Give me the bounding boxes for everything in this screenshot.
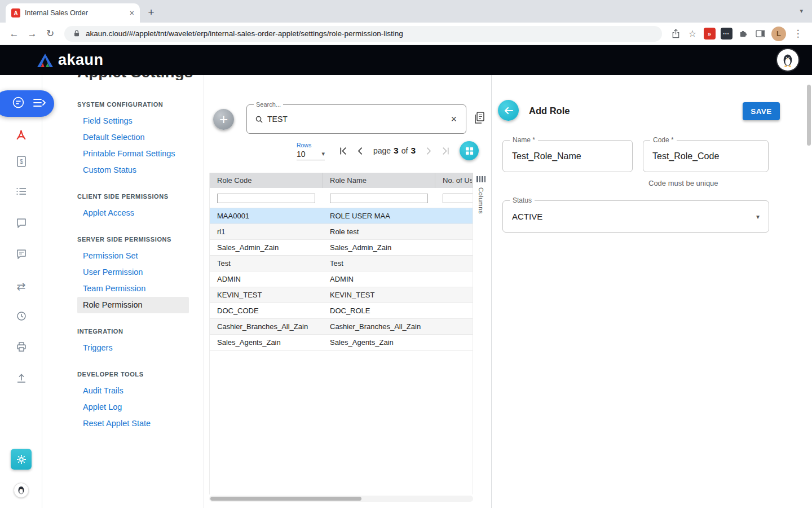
table-row[interactable]: Sales_Agents_Zain Sales_Agents_Zain <box>210 335 473 351</box>
cell-role-code: Sales_Agents_Zain <box>210 338 323 347</box>
save-button[interactable]: SAVE <box>743 102 780 120</box>
browser-tab[interactable]: A Internal Sales Order × <box>6 3 140 23</box>
filter-users-input[interactable] <box>443 194 473 203</box>
search-input[interactable] <box>267 115 445 124</box>
back-button[interactable]: ← <box>6 25 23 42</box>
share-button[interactable] <box>668 26 683 42</box>
chat-lines-icon <box>16 248 27 260</box>
billing-doc-applet-button[interactable]: $ <box>0 155 42 168</box>
side-panel-button[interactable] <box>752 26 768 42</box>
header-role-name[interactable]: Role Name <box>323 173 435 188</box>
new-tab-button[interactable]: + <box>143 5 159 20</box>
first-page-button[interactable] <box>337 144 350 157</box>
sidebar-item-triggers[interactable]: Triggers <box>77 340 189 356</box>
page-indicator: page 3 of 3 <box>373 146 416 156</box>
print-applet-button[interactable] <box>0 341 42 352</box>
code-field[interactable]: Code * Test_Role_Code <box>643 140 769 172</box>
cell-role-name: DOC_ROLE <box>323 306 435 315</box>
pdf-applet-button[interactable] <box>0 129 42 141</box>
last-page-button[interactable] <box>439 144 452 157</box>
filter-role-name-input[interactable] <box>330 194 428 203</box>
back-button-fab[interactable] <box>498 100 519 121</box>
extension-dark-button[interactable]: ⋯ <box>718 26 734 42</box>
tab-search-caret-icon[interactable]: ▾ <box>800 7 803 15</box>
sidebar-item-printable-format-settings[interactable]: Printable Format Settings <box>77 146 189 162</box>
table-row[interactable]: Sales_Admin_Zain Sales_Admin_Zain <box>210 240 473 256</box>
next-page-button[interactable] <box>422 144 435 157</box>
copy-list-button[interactable] <box>473 111 486 127</box>
sidebar-item-default-selection[interactable]: Default Selection <box>77 129 189 146</box>
sidebar-item-permission-set[interactable]: Permission Set <box>77 248 189 264</box>
forward-button[interactable]: → <box>24 25 41 42</box>
search-clear-icon[interactable]: × <box>449 113 458 125</box>
menu-open-icon <box>33 98 46 108</box>
header-no-of-users[interactable]: No. of Us <box>435 173 473 188</box>
window-scrollbar-thumb[interactable] <box>807 85 811 146</box>
applet-circle-button[interactable] <box>12 96 25 111</box>
akaun-brand: akaun <box>37 51 104 69</box>
sidebar-item-reset-applet-state[interactable]: Reset Applet State <box>77 415 189 432</box>
applet-switch-pill <box>0 90 54 117</box>
sidebar-item-role-permission[interactable]: Role Permission <box>77 297 189 313</box>
sidebar-item-applet-log[interactable]: Applet Log <box>77 399 189 415</box>
bookmark-star-button[interactable]: ☆ <box>685 26 700 42</box>
tab-close-icon[interactable]: × <box>130 9 134 17</box>
table-row[interactable]: MAA0001 ROLE USER MAA <box>210 208 473 224</box>
name-label: Name * <box>510 136 538 144</box>
history-applet-button[interactable] <box>0 310 42 322</box>
user-avatar-button[interactable] <box>777 49 798 71</box>
transfer-applet-button[interactable]: ⇄ <box>0 280 42 293</box>
list-applet-button[interactable] <box>0 186 42 196</box>
header-role-code[interactable]: Role Code <box>210 173 323 188</box>
filter-role-code-input[interactable] <box>217 194 315 203</box>
add-role-fab[interactable]: + <box>213 109 234 130</box>
browser-menu-button[interactable]: ⋮ <box>789 25 806 42</box>
prev-page-button[interactable] <box>354 144 367 157</box>
table-row[interactable]: rl1 Role test <box>210 224 473 240</box>
table-row[interactable]: Cashier_Branches_All_Zain Cashier_Branch… <box>210 319 473 335</box>
status-select[interactable]: Status ACTIVE ▾ <box>502 200 769 233</box>
table-row[interactable]: DOC_CODE DOC_ROLE <box>210 303 473 319</box>
horizontal-scrollbar-thumb[interactable] <box>210 497 361 501</box>
panel-title: Add Role <box>529 106 570 116</box>
browser-profile-avatar[interactable]: L <box>771 27 786 41</box>
columns-side-tab[interactable]: Columns <box>475 173 487 214</box>
table-row[interactable]: KEVIN_TEST KEVIN_TEST <box>210 287 473 303</box>
settings-sidebar: SYSTEM CONFIGURATION Field Settings Defa… <box>77 99 204 432</box>
sidebar-item-user-permission[interactable]: User Permission <box>77 264 189 281</box>
rail-user-avatar-button[interactable] <box>14 483 29 498</box>
upload-applet-button[interactable] <box>0 373 42 384</box>
reload-button[interactable]: ↻ <box>42 25 59 42</box>
menu-toggle-button[interactable] <box>33 98 46 110</box>
table-row[interactable]: Test Test <box>210 256 473 271</box>
grid-view-button[interactable] <box>460 141 479 160</box>
add-role-panel: Add Role SAVE Name * Test_Role_Name Code… <box>492 75 812 508</box>
rows-per-page-select[interactable]: Rows 10▾ <box>297 142 325 160</box>
name-value: Test_Role_Name <box>503 141 632 172</box>
address-bar[interactable]: akaun.cloud/#/applet/tnt/wavelet/erp/int… <box>64 26 662 42</box>
sidebar-item-custom-status[interactable]: Custom Status <box>77 162 189 178</box>
cell-role-code: Cashier_Branches_All_Zain <box>210 322 323 331</box>
extensions-puzzle-button[interactable] <box>735 26 751 42</box>
sidebar-item-field-settings[interactable]: Field Settings <box>77 113 189 129</box>
extension-red-button[interactable]: » <box>701 26 717 42</box>
cell-role-name: Test <box>323 259 435 268</box>
section-header-system-configuration: SYSTEM CONFIGURATION <box>77 101 204 108</box>
role-listing-panel: + Search... × Rows 10▾ <box>204 75 492 508</box>
cell-role-name: ADMIN <box>323 275 435 283</box>
sidebar-item-audit-trails[interactable]: Audit Trails <box>77 383 189 399</box>
horizontal-scrollbar[interactable] <box>209 496 473 502</box>
back-arrow-icon <box>504 106 514 115</box>
code-label: Code * <box>650 136 677 144</box>
search-label: Search... <box>254 101 283 108</box>
rows-caret-icon: ▾ <box>321 150 325 157</box>
table-row[interactable]: ADMIN ADMIN <box>210 271 473 287</box>
cell-role-name: Sales_Agents_Zain <box>323 338 435 347</box>
sidebar-item-applet-access[interactable]: Applet Access <box>77 205 189 221</box>
chat-applet-button[interactable] <box>0 217 42 229</box>
name-field[interactable]: Name * Test_Role_Name <box>502 140 633 172</box>
messages-applet-button[interactable] <box>0 248 42 260</box>
sidebar-item-team-permission[interactable]: Team Permission <box>77 281 189 297</box>
code-helper-text: Code must be unique <box>648 179 718 187</box>
settings-gear-button[interactable] <box>11 449 32 470</box>
